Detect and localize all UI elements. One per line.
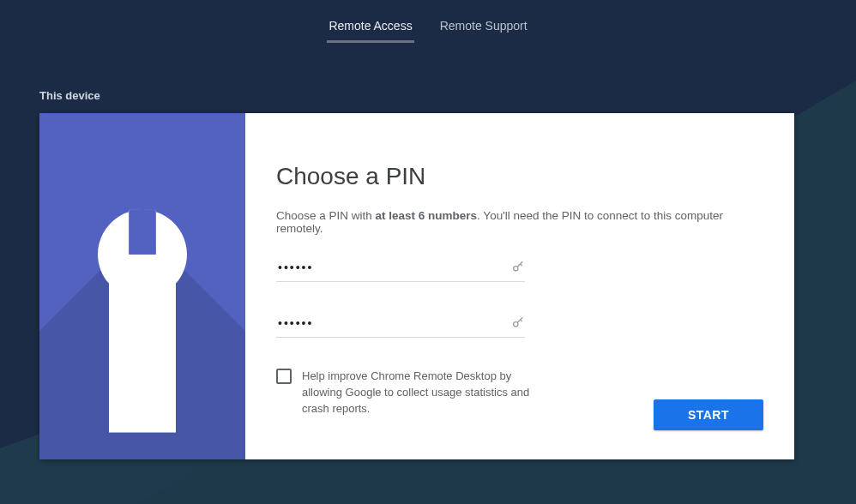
section-label-this-device: This device	[39, 89, 100, 102]
pin-input-row-1	[276, 257, 525, 282]
usage-stats-label: Help improve Chrome Remote Desktop by al…	[302, 369, 551, 417]
card-form-panel: Choose a PIN Choose a PIN with at least …	[245, 113, 794, 459]
card-instruction: Choose a PIN with at least 6 numbers. Yo…	[276, 209, 763, 235]
pin-setup-card: Choose a PIN Choose a PIN with at least …	[39, 113, 794, 459]
instruction-text-before: Choose a PIN with	[276, 209, 376, 222]
card-illustration-panel	[39, 113, 245, 459]
pin-input-row-2	[276, 313, 525, 338]
tab-remote-support[interactable]: Remote Support	[438, 15, 529, 43]
svg-rect-0	[129, 210, 155, 255]
pin-input[interactable]	[276, 257, 511, 278]
wrench-icon	[87, 210, 198, 433]
usage-stats-row: Help improve Chrome Remote Desktop by al…	[276, 369, 551, 417]
top-tabs: Remote Access Remote Support	[0, 0, 856, 43]
card-title: Choose a PIN	[276, 163, 763, 190]
start-button[interactable]: START	[654, 399, 763, 430]
svg-point-1	[514, 267, 518, 271]
key-icon	[511, 316, 525, 330]
usage-stats-checkbox[interactable]	[276, 369, 292, 384]
pin-confirm-input[interactable]	[276, 313, 511, 333]
svg-point-2	[514, 322, 518, 327]
tab-remote-access[interactable]: Remote Access	[327, 15, 413, 43]
key-icon	[511, 261, 525, 274]
instruction-text-bold: at least 6 numbers	[376, 209, 478, 222]
